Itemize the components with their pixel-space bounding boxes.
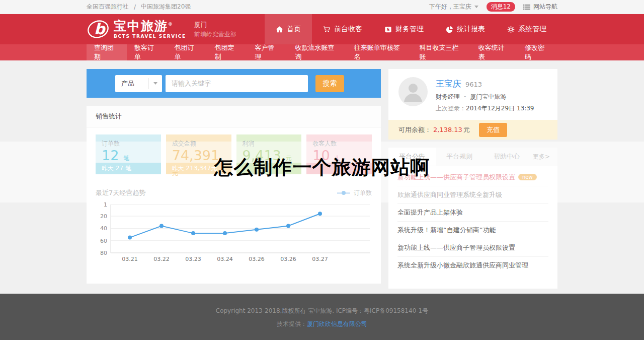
subnav-item[interactable]: 包团定制: [207, 44, 248, 60]
subnav-item[interactable]: 散客订单: [127, 44, 167, 60]
sales-stats-card: 销售统计 订单数12 笔昨天 27 笔成交金额74,391 元昨天 213,34…: [87, 106, 381, 284]
balance-amount: 2,138.13: [433, 126, 462, 133]
message-badge[interactable]: 消息12: [487, 2, 515, 12]
sales-stats-title: 销售统计: [87, 106, 381, 127]
copyright-text: Copyright 2013-2018,版权所有 宝中旅游. ICP编号：粤IC…: [0, 294, 644, 315]
stat-value: 10: [312, 148, 330, 163]
search-panel: 产品 搜索: [87, 69, 381, 98]
user-role: 财务经理: [436, 93, 460, 101]
svg-text:03.23: 03.23: [185, 256, 201, 262]
subnav-item[interactable]: 查询团期: [87, 44, 127, 60]
announcement-tab[interactable]: 帮助中心: [483, 148, 530, 166]
provider-link[interactable]: 厦门欣欣信息有限公司: [307, 320, 367, 327]
user-greeting[interactable]: 下午好，王宝庆: [429, 3, 478, 11]
announcements-card: 平台公告平台规则帮助中心更多> 新功能上线——供应商子管理员权限设置new欣旅通…: [388, 148, 557, 289]
trend-title: 最近7天经营趋势: [96, 188, 145, 197]
category-select[interactable]: 产品: [115, 75, 162, 92]
announcement-item[interactable]: 系统升级！新增“自建分销商”功能: [397, 222, 548, 239]
balance-strip: 可用余额： 2,138.13 元 充值: [388, 120, 557, 140]
announcement-tabs: 平台公告平台规则帮助中心更多>: [388, 148, 557, 166]
chart-point[interactable]: [128, 236, 132, 240]
trend-legend: 订单数: [337, 189, 372, 197]
brand-title: 宝中旅游: [114, 19, 168, 33]
chevron-down-icon: [474, 6, 478, 8]
topbar-link-honor1[interactable]: 全国百强旅行社: [87, 3, 129, 11]
last-login-label: 上次登录：: [436, 105, 466, 112]
stat-yesterday: [306, 163, 372, 174]
stat-card-cyan: 订单数12 笔昨天 27 笔: [96, 134, 161, 174]
svg-text:03.26: 03.26: [249, 256, 265, 262]
user-name[interactable]: 王宝庆: [436, 78, 461, 90]
announcement-item[interactable]: 系统全新升级小微金融欣旅通供应商同业管理: [397, 257, 548, 274]
stat-value: 12: [102, 148, 119, 163]
nav-item-reports[interactable]: 统计报表: [435, 14, 496, 44]
topbar-link-honor2[interactable]: 中国旅游集团20强: [141, 3, 191, 11]
announcement-item[interactable]: 全面提升产品上架体验: [397, 204, 548, 222]
nav-item-system[interactable]: 系统管理: [496, 14, 557, 44]
svg-text:b: b: [94, 20, 106, 38]
subnav-item[interactable]: 收款流水账查询: [287, 44, 346, 60]
announcements-more-link[interactable]: 更多>: [533, 148, 557, 166]
nav-item-label: 系统管理: [518, 25, 546, 34]
chart-point[interactable]: [159, 224, 164, 228]
announcement-tab[interactable]: 平台规则: [436, 148, 483, 166]
branch-dept: 前埔岭兜营业部: [194, 30, 236, 39]
chart-point[interactable]: [286, 224, 290, 228]
chart-point[interactable]: [318, 212, 322, 216]
announcement-item[interactable]: 欣旅通供应商同业管理系统全新升级: [397, 186, 548, 204]
stat-card-green: 利润9,413 元: [236, 134, 302, 174]
chart-point[interactable]: [255, 228, 259, 232]
search-input[interactable]: [166, 75, 308, 92]
subnav: 查询团期散客订单包团订单包团定制客户管理收款流水账查询往来账单审核签名科目收支三…: [0, 44, 644, 60]
nav-item-reception[interactable]: 前台收客: [312, 14, 373, 44]
profile-card: 王宝庆 9613 财务经理 - 厦门宝中旅游 上次登录：2014年12月29日 …: [388, 69, 557, 140]
brand-logo[interactable]: b 宝中旅游® BCTS TRAVEL SERVICE: [87, 14, 186, 44]
chart-point[interactable]: [223, 231, 227, 235]
announcement-item[interactable]: 新功能上线——供应商子管理员权限设置new: [397, 169, 548, 186]
announcement-text: 欣旅通供应商同业管理系统全新升级: [397, 191, 502, 198]
branch-info: 厦门 前埔岭兜营业部: [194, 14, 236, 44]
legend-label: 订单数: [354, 189, 372, 197]
footer: Copyright 2013-2018,版权所有 宝中旅游. ICP编号：粤IC…: [0, 294, 644, 340]
user-code: 9613: [465, 81, 482, 88]
subnav-items: 查询团期散客订单包团订单包团定制客户管理收款流水账查询往来账单审核签名科目收支三…: [87, 44, 557, 60]
select-caret: [148, 78, 162, 89]
stat-label: 利润: [243, 140, 296, 148]
greeting-text: 下午好，王宝庆: [429, 3, 471, 11]
announcement-text: 新功能上线——供应商子管理员权限设置: [397, 244, 515, 251]
announcement-item[interactable]: 新功能上线——供应商子管理员权限设置: [397, 239, 548, 257]
subnav-item[interactable]: 科目收支三栏账: [412, 44, 470, 60]
svg-text:20: 20: [100, 213, 107, 220]
home-icon: [276, 26, 283, 33]
subnav-item[interactable]: 客户管理: [248, 44, 288, 60]
brand-mark-icon: b: [87, 19, 110, 40]
list-icon: [523, 4, 530, 10]
subnav-item[interactable]: 修改密码: [517, 44, 557, 60]
svg-text:03.24: 03.24: [217, 256, 233, 262]
nav-item-label: 前台收客: [334, 25, 362, 34]
stat-label: 订单数: [102, 140, 155, 148]
svg-text:03.22: 03.22: [153, 256, 170, 262]
topbar-left: 全国百强旅行社 / 中国旅游集团20强: [87, 3, 191, 11]
stat-value: 74,391: [172, 148, 219, 163]
subnav-item[interactable]: 收客统计表: [471, 44, 517, 60]
branch-city: 厦门: [194, 20, 236, 29]
finance-icon: S: [384, 26, 392, 33]
chart-point[interactable]: [191, 231, 195, 235]
nav-item-finance[interactable]: S财务管理: [373, 14, 435, 44]
nav-item-home[interactable]: 首页: [265, 14, 312, 44]
brand-subtitle: BCTS TRAVEL SERVICE: [114, 34, 186, 39]
nav-item-label: 统计报表: [457, 25, 485, 34]
subnav-item[interactable]: 往来账单审核签名: [347, 44, 412, 60]
site-nav-button[interactable]: 网站导航: [523, 3, 557, 11]
main-nav: 首页前台收客S财务管理统计报表系统管理: [265, 14, 557, 44]
search-button[interactable]: 搜索: [315, 75, 344, 92]
recharge-button[interactable]: 充值: [479, 123, 507, 137]
svg-text:60: 60: [100, 238, 107, 244]
subnav-item[interactable]: 包团订单: [167, 44, 207, 60]
stat-yesterday: [236, 163, 302, 174]
stat-unit: 人: [334, 155, 340, 162]
announcement-tab[interactable]: 平台公告: [388, 148, 436, 166]
avatar: [398, 77, 428, 106]
trend-chart: 12040608003.2103.2203.2303.2403.2603.260…: [96, 200, 372, 265]
